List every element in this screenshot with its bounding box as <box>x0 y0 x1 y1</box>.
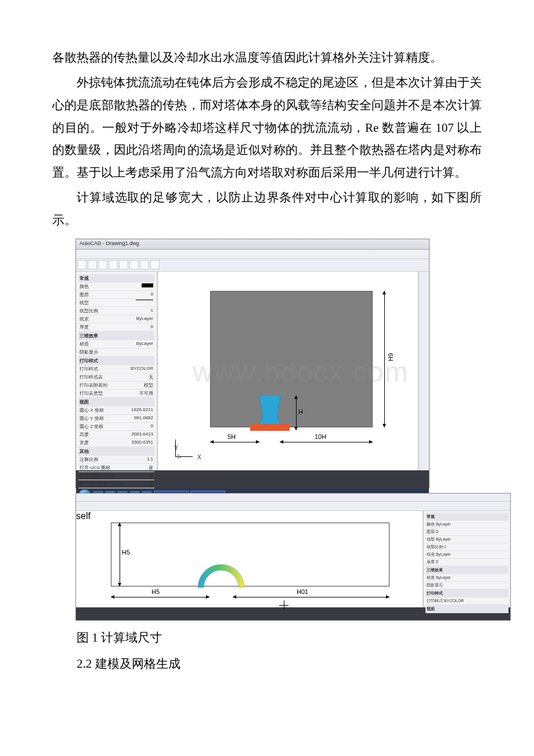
figure-1: AutoCAD - Drawing1.dwg 常规 颜色 图层0 线型 线型比例… <box>75 239 482 621</box>
dimension-line-height-5h <box>120 523 120 586</box>
panel-header: 三维效果 <box>425 566 508 574</box>
toolbar-button[interactable] <box>129 260 139 269</box>
axis-y-line <box>175 440 176 457</box>
dimension-text-10h: 10H <box>315 433 326 440</box>
dimension-line-6h <box>384 291 385 427</box>
panel-header-3d: 三维效果 <box>78 332 154 340</box>
prop-label: 高度 <box>80 431 89 438</box>
prop-value: 991.0882 <box>134 415 153 422</box>
panel-row: 线型比例 1 <box>425 543 508 551</box>
prop-value: 0 <box>151 324 153 330</box>
cad2-toolbar <box>76 502 510 511</box>
panel-header: 常规 <box>425 513 508 521</box>
prop-value: 2083.6413 <box>131 431 153 438</box>
dimension-text-h: H <box>298 408 303 415</box>
panel-row: 线型 ByLayer <box>425 536 508 543</box>
cad2-menubar <box>76 494 510 502</box>
section-heading: 2.2 建模及网格生成 <box>52 653 482 675</box>
prop-label: 阴影显示 <box>80 349 98 355</box>
prop-value: ByLayer <box>136 316 153 322</box>
cad-window-top-view: H5 H5 self H01 常规 颜色 ByLayer 图层 0 线型 ByL… <box>75 493 511 621</box>
panel-row: 厚度 0 <box>425 559 508 566</box>
prop-label: 打印样式 <box>80 366 98 372</box>
cad2-drawing-canvas[interactable]: H5 H5 self H01 <box>76 511 423 607</box>
prop-value: 1:1 <box>147 456 153 463</box>
prop-value: 是 <box>149 473 153 479</box>
prop-label: 打开 UCS 图标 <box>80 465 110 471</box>
paragraph-3: 计算域选取的足够宽大，以防止边界条件对中心计算取的影响，如下图所示。 <box>52 186 482 232</box>
prop-label: 注释比例 <box>80 456 98 463</box>
prop-value: 1826.6211 <box>131 407 153 413</box>
linetype-swatch <box>136 300 153 300</box>
top-view-domain-outline <box>111 523 389 586</box>
cad-titlebar: AutoCAD - Drawing1.dwg <box>76 239 429 250</box>
prop-label: 打印样式表 <box>80 374 103 380</box>
prop-label: 圆心 Y 坐标 <box>80 415 104 422</box>
prop-label: 打印表附着到 <box>80 382 107 388</box>
prop-label: 材质 <box>80 341 89 347</box>
panel-row: 颜色 ByLayer <box>425 521 508 528</box>
dimension-text-height-5h: H5 <box>122 549 130 556</box>
panel-row: 打印样式 BYCOLOR <box>425 597 508 605</box>
paragraph-2: 外掠钝体扰流流动在钝体后方会形成不稳定的尾迹区，但是本次计算由于关心的是底部散热… <box>52 71 482 184</box>
right-toolbar <box>418 272 429 470</box>
prop-label: 线宽 <box>80 316 89 322</box>
toolbar-button[interactable] <box>119 260 128 269</box>
panel-row: 图层 0 <box>425 528 508 536</box>
toolbar-button[interactable] <box>150 260 160 269</box>
panel-header-general: 常规 <box>78 274 154 283</box>
prop-label: 宽度 <box>80 440 89 446</box>
prop-label: 图层 <box>80 291 89 298</box>
axis-origin-icon: ▷ <box>178 453 182 459</box>
panel-row: 阴影显示 <box>425 582 508 589</box>
prop-label: 厚度 <box>80 324 89 330</box>
prop-value: BYCOLOR <box>131 366 153 372</box>
dimension-text-6h: 6H <box>387 353 394 361</box>
toolbar-button[interactable] <box>109 260 118 269</box>
toolbar-button[interactable] <box>88 260 97 269</box>
dimension-text-5h: 5H <box>228 433 236 440</box>
axis-y-label: Y <box>174 445 178 451</box>
cad-toolbar <box>76 259 429 272</box>
tower-base-radiator <box>250 424 290 431</box>
dimension-line-10h <box>280 442 373 442</box>
panel-header-print: 打印样式 <box>78 357 154 365</box>
cooling-tower-icon <box>257 395 283 427</box>
prop-value: 模型 <box>144 382 153 388</box>
dimension-text-right-10h: H01 <box>297 588 308 595</box>
dimension-line-left-5h <box>111 597 210 597</box>
panel-row: 线宽 ByLayer <box>425 551 508 559</box>
properties-panel[interactable]: 常规 颜色 图层0 线型 线型比例1 线宽ByLayer 厚度0 三维效果 材质… <box>76 272 157 470</box>
dimension-line-5h <box>210 442 259 442</box>
paragraph-1: 各散热器的传热量以及冷却水出水温度等值因此计算格外关注计算精度。 <box>52 46 482 69</box>
cad-drawing-canvas[interactable]: www.bdocx.com 5H 10H <box>157 272 418 470</box>
dimension-line-right-10h <box>233 597 389 597</box>
prop-label: 颜色 <box>80 283 89 290</box>
axis-x-label: X <box>197 454 201 460</box>
cad-window-front-view: AutoCAD - Drawing1.dwg 常规 颜色 图层0 线型 线型比例… <box>75 239 430 488</box>
panel-header-view: 视图 <box>78 398 154 406</box>
prop-label: 线型比例 <box>80 308 98 314</box>
prop-value: 是 <box>149 481 153 487</box>
dimension-line-h <box>296 395 297 430</box>
prop-label: 每个视口都显示 UCS <box>80 481 123 487</box>
prop-label: 线型 <box>80 300 89 306</box>
prop-value: 3300.6351 <box>131 440 153 446</box>
tower-top-view-icon <box>198 564 244 588</box>
cad-menubar <box>76 250 429 259</box>
prop-value: 1 <box>151 308 153 314</box>
cross-marker-v <box>284 600 284 610</box>
prop-value: 是 <box>149 465 153 471</box>
prop-value: ByLayer <box>136 341 153 347</box>
dimension-text-left-5h: H5 <box>151 588 160 595</box>
panel-header-other: 其他 <box>78 447 154 456</box>
panel-row: 材质 ByLayer <box>425 574 508 582</box>
toolbar-button[interactable] <box>140 260 149 269</box>
prop-value: 0 <box>151 291 153 298</box>
toolbar-button[interactable] <box>77 260 86 269</box>
prop-value: 无 <box>149 374 153 380</box>
cad2-properties-panel[interactable]: 常规 颜色 ByLayer 图层 0 线型 ByLayer 线型比例 1 线宽 … <box>423 511 510 607</box>
prop-value: 0 <box>151 423 153 430</box>
prop-label: 在原点显示 UCS <box>80 473 114 479</box>
toolbar-button[interactable] <box>98 260 107 269</box>
